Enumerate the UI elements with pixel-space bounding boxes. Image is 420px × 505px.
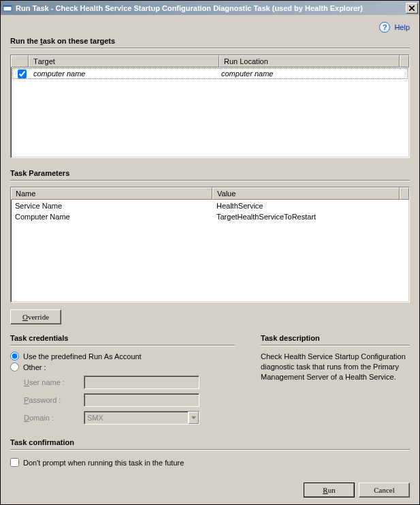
divider bbox=[261, 345, 410, 346]
param-value: TargetHealthServiceToRestart bbox=[214, 213, 319, 221]
col-value[interactable]: Value bbox=[212, 187, 400, 200]
radio-predefined[interactable]: Use the predefined Run As Account bbox=[10, 352, 235, 361]
run-button[interactable]: Run bbox=[304, 483, 355, 498]
close-button[interactable] bbox=[406, 3, 418, 14]
svg-marker-4 bbox=[191, 416, 196, 419]
dialog-window: Run Task - Check Health Service Startup … bbox=[0, 0, 420, 505]
username-field bbox=[84, 376, 199, 389]
divider bbox=[10, 449, 410, 450]
content-area: ? Help Run the task on these targets Tar… bbox=[1, 15, 419, 504]
radio-other[interactable]: Other : bbox=[10, 363, 235, 371]
params-title: Task Parameters bbox=[10, 169, 410, 177]
credentials-description-row: Task credentials Use the predefined Run … bbox=[10, 334, 410, 429]
targets-title: Run the task on these targets bbox=[10, 37, 410, 45]
divider bbox=[10, 180, 410, 181]
table-row[interactable]: computer name computer name bbox=[12, 68, 408, 79]
credential-fields: User name : Password : Domain : SMX bbox=[24, 376, 235, 425]
targets-rows: computer name computer name bbox=[11, 67, 409, 157]
targets-header: Target Run Location bbox=[11, 55, 409, 67]
titlebar: Run Task - Check Health Service Startup … bbox=[1, 1, 419, 15]
close-icon bbox=[409, 5, 415, 11]
param-value: HealthService bbox=[214, 202, 265, 210]
target-name-cell: computer name bbox=[31, 70, 219, 78]
radio-other-input[interactable] bbox=[10, 363, 19, 371]
divider bbox=[10, 48, 410, 49]
help-icon[interactable]: ? bbox=[379, 22, 390, 33]
domain-combo: SMX bbox=[84, 411, 199, 425]
svg-rect-1 bbox=[3, 5, 12, 7]
dont-prompt-checkbox-row[interactable]: Don't prompt when running this task in t… bbox=[10, 458, 410, 467]
table-row[interactable]: Service Name HealthService bbox=[12, 200, 408, 211]
username-label: User name : bbox=[24, 378, 84, 386]
col-target[interactable]: Target bbox=[29, 55, 219, 67]
help-link[interactable]: Help bbox=[394, 23, 410, 31]
param-name: Computer Name bbox=[12, 213, 214, 221]
help-row: ? Help bbox=[10, 22, 410, 33]
password-label: Password : bbox=[24, 396, 84, 404]
app-icon bbox=[2, 3, 13, 14]
params-list[interactable]: Name Value Service Name HealthService Co… bbox=[10, 187, 410, 303]
col-checkbox[interactable] bbox=[11, 55, 29, 67]
description-text: Check Health Service Startup Configurati… bbox=[261, 352, 410, 382]
dont-prompt-checkbox[interactable] bbox=[10, 458, 19, 467]
col-name[interactable]: Name bbox=[11, 187, 212, 200]
divider bbox=[10, 345, 235, 346]
credentials-title: Task credentials bbox=[10, 334, 235, 342]
targets-list[interactable]: Target Run Location computer name comput… bbox=[10, 55, 410, 158]
target-checkbox[interactable] bbox=[18, 70, 27, 78]
target-location-cell: computer name bbox=[219, 70, 276, 78]
radio-predefined-input[interactable] bbox=[10, 352, 19, 361]
table-row[interactable]: Computer Name TargetHealthServiceToResta… bbox=[12, 211, 408, 222]
chevron-down-icon bbox=[188, 412, 199, 424]
params-header: Name Value bbox=[11, 187, 409, 200]
footer-buttons: Run Cancel bbox=[10, 478, 410, 498]
override-button[interactable]: Override bbox=[10, 309, 61, 324]
domain-label: Domain : bbox=[24, 414, 84, 422]
password-field bbox=[84, 393, 199, 407]
params-rows: Service Name HealthService Computer Name… bbox=[11, 200, 409, 302]
window-title: Run Task - Check Health Service Startup … bbox=[16, 4, 406, 12]
description-title: Task description bbox=[261, 334, 410, 342]
cancel-button[interactable]: Cancel bbox=[359, 483, 410, 498]
confirmation-title: Task confirmation bbox=[10, 438, 410, 446]
param-name: Service Name bbox=[12, 202, 214, 210]
col-run-location[interactable]: Run Location bbox=[219, 55, 400, 67]
